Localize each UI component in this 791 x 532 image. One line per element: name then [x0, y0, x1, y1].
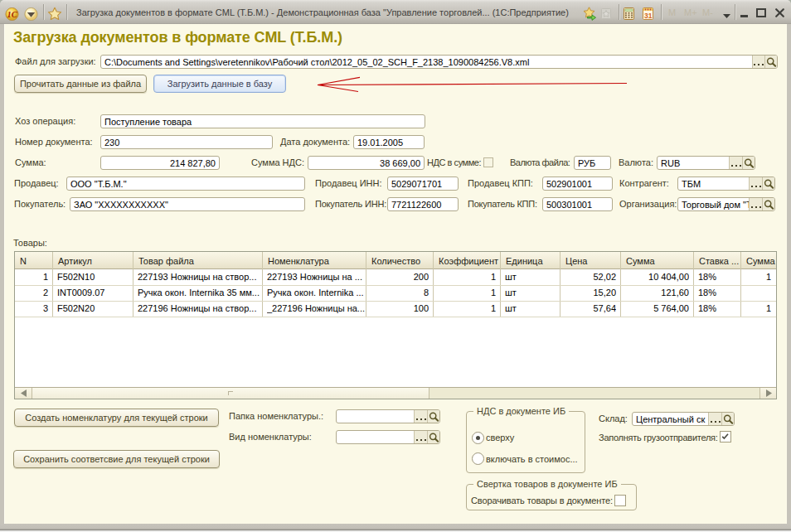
svg-text:31: 31 [644, 12, 653, 20]
svg-text:1С: 1С [7, 10, 17, 19]
